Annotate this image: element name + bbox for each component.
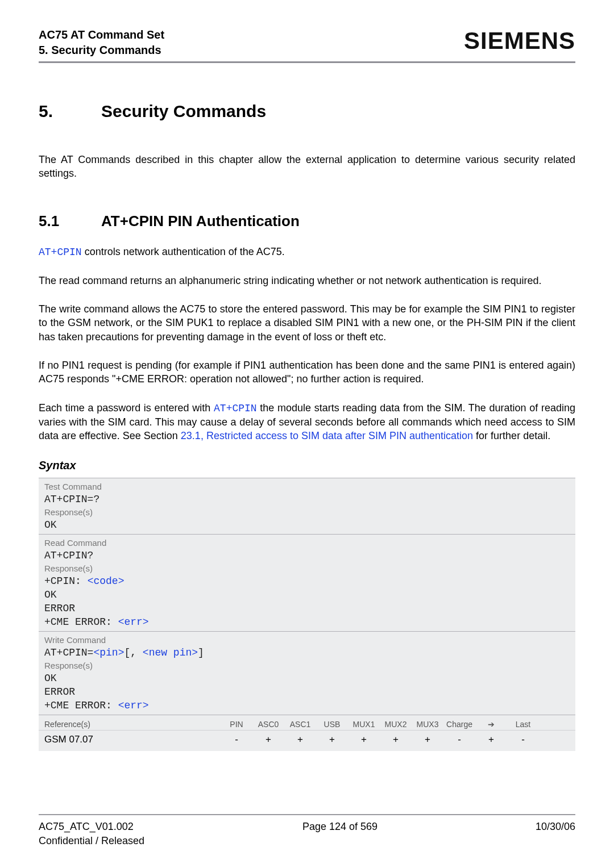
- val-mux3: +: [412, 734, 443, 745]
- val-mux2: +: [380, 734, 412, 745]
- read-l1a: +CPIN:: [44, 575, 88, 587]
- col-asc1: ASC1: [284, 720, 316, 729]
- footer-confidentiality: Confidential / Released: [39, 834, 144, 848]
- section-intro: The AT Commands described in this chapte…: [39, 153, 575, 181]
- subsection-title: AT+CPIN PIN Authentication: [101, 212, 300, 230]
- col-arrow-icon: ➔: [475, 720, 507, 729]
- footer-center: Page 124 of 569: [302, 820, 377, 848]
- write-response-label: Response(s): [44, 661, 570, 670]
- read-command-label: Read Command: [44, 538, 570, 548]
- p5-c: for further detail.: [473, 430, 550, 441]
- col-usb: USB: [316, 720, 348, 729]
- read-command-block: Read Command AT+CPIN? Response(s) +CPIN:…: [39, 534, 575, 631]
- test-response-label: Response(s): [44, 507, 570, 517]
- val-arrow: +: [475, 734, 507, 745]
- doc-title: AC75 AT Command Set: [39, 27, 164, 43]
- paragraph-4: If no PIN1 request is pending (for examp…: [39, 358, 575, 386]
- read-response-line1: +CPIN: <code>: [44, 575, 570, 587]
- section-title: Security Commands: [101, 102, 266, 121]
- link-err-param[interactable]: <err>: [118, 616, 149, 628]
- link-pin-param[interactable]: <pin>: [93, 647, 124, 658]
- link-atcpin[interactable]: AT+CPIN: [39, 247, 82, 258]
- reference-header-row: Reference(s) PIN ASC0 ASC1 USB MUX1 MUX2…: [39, 715, 575, 730]
- read-l4a: +CME ERROR:: [44, 616, 118, 628]
- write-command-cmd: AT+CPIN=<pin>[, <new pin>]: [44, 647, 570, 658]
- wc-e: ]: [198, 647, 204, 658]
- wc-c: [,: [124, 647, 142, 658]
- read-response-label: Response(s): [44, 564, 570, 573]
- p5-a: Each time a password is entered with: [39, 402, 214, 414]
- write-response-line3: +CME ERROR: <err>: [44, 700, 570, 711]
- write-response-line2: ERROR: [44, 686, 570, 698]
- footer-doc-id: AC75_ATC_V01.002: [39, 820, 144, 833]
- page-header: AC75 AT Command Set 5. Security Commands…: [39, 27, 575, 63]
- read-response-line4: +CME ERROR: <err>: [44, 616, 570, 628]
- col-mux2: MUX2: [380, 720, 412, 729]
- val-asc0: +: [252, 734, 284, 745]
- col-mux1: MUX1: [348, 720, 380, 729]
- link-section-23-1[interactable]: 23.1, Restricted access to SIM data afte…: [181, 430, 473, 441]
- test-command-label: Test Command: [44, 482, 570, 491]
- subsection-number: 5.1: [39, 212, 101, 230]
- test-command-cmd: AT+CPIN=?: [44, 494, 570, 505]
- header-left: AC75 AT Command Set 5. Security Commands: [39, 27, 164, 58]
- col-mux3: MUX3: [412, 720, 443, 729]
- write-l3a: +CME ERROR:: [44, 700, 118, 711]
- link-code-param[interactable]: <code>: [88, 575, 125, 587]
- test-response-line: OK: [44, 519, 570, 531]
- p1-rest: controls network authentication of the A…: [82, 246, 285, 257]
- footer-left: AC75_ATC_V01.002 Confidential / Released: [39, 820, 144, 848]
- col-pin: PIN: [221, 720, 252, 729]
- section-number: 5.: [39, 102, 101, 121]
- link-err-param-2[interactable]: <err>: [118, 700, 149, 711]
- test-command-block: Test Command AT+CPIN=? Response(s) OK: [39, 478, 575, 534]
- val-usb: +: [316, 734, 348, 745]
- val-asc1: +: [284, 734, 316, 745]
- page-footer: AC75_ATC_V01.002 Confidential / Released…: [39, 814, 575, 848]
- write-response-line1: OK: [44, 673, 570, 684]
- write-command-label: Write Command: [44, 635, 570, 645]
- read-response-line2: OK: [44, 589, 570, 600]
- link-newpin-param[interactable]: <new pin>: [143, 647, 198, 658]
- val-charge: -: [443, 734, 475, 745]
- section-heading: 5. Security Commands: [39, 102, 575, 121]
- footer-right: 10/30/06: [536, 820, 575, 848]
- read-command-cmd: AT+CPIN?: [44, 550, 570, 561]
- paragraph-3: The write command allows the AC75 to sto…: [39, 302, 575, 344]
- val-last: -: [507, 734, 539, 745]
- val-mux1: +: [348, 734, 380, 745]
- brand-logo: SIEMENS: [464, 27, 575, 55]
- read-response-line3: ERROR: [44, 603, 570, 614]
- reference-value-row: GSM 07.07 - + + + + + + - + -: [39, 730, 575, 751]
- write-command-block: Write Command AT+CPIN=<pin>[, <new pin>]…: [39, 631, 575, 715]
- paragraph-1: AT+CPIN controls network authentication …: [39, 245, 575, 259]
- doc-subtitle: 5. Security Commands: [39, 43, 164, 58]
- col-last: Last: [507, 720, 539, 729]
- link-atcpin-inline[interactable]: AT+CPIN: [214, 403, 257, 414]
- val-pin: -: [221, 734, 252, 745]
- syntax-heading: Syntax: [39, 459, 575, 472]
- wc-a: AT+CPIN=: [44, 647, 93, 658]
- subsection-heading: 5.1 AT+CPIN PIN Authentication: [39, 212, 575, 230]
- col-asc0: ASC0: [252, 720, 284, 729]
- reference-label: Reference(s): [44, 720, 221, 729]
- paragraph-5: Each time a password is entered with AT+…: [39, 401, 575, 443]
- reference-name: GSM 07.07: [44, 734, 221, 745]
- col-charge: Charge: [443, 720, 475, 729]
- paragraph-2: The read command returns an alphanumeric…: [39, 274, 575, 287]
